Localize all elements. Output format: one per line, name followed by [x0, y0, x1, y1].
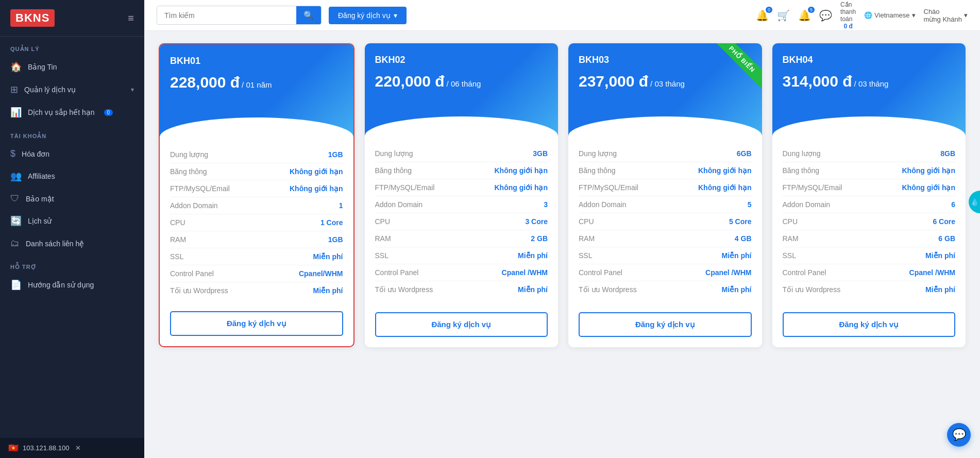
- pricing-card-bkh03: BKH03237,000 đ/ 03 thángPHỔ BIẾNDung lượ…: [568, 43, 762, 347]
- spec-value: 3 Core: [525, 217, 548, 226]
- spec-value: Không giới hạn: [290, 167, 343, 176]
- messages-icon[interactable]: 💬: [819, 9, 832, 22]
- cart-icon[interactable]: 🛒: [777, 9, 790, 22]
- spec-value: Miễn phí: [925, 251, 955, 260]
- search-button[interactable]: 🔍: [296, 6, 321, 24]
- search-box: 🔍: [157, 6, 322, 25]
- sidebar-item-bang-tin[interactable]: 🏠Bảng Tin: [0, 56, 144, 78]
- spec-label: CPU: [579, 217, 594, 226]
- language-selector[interactable]: 🌐 Vietnamese ▾: [864, 11, 915, 19]
- spec-value: Miễn phí: [925, 285, 955, 294]
- sidebar-item-hoa-don[interactable]: $Hóa đơn: [0, 143, 144, 165]
- sidebar-label-affiliates: Affiliates: [28, 172, 55, 180]
- spec-value: Cpanel /WHM: [705, 268, 751, 277]
- card-footer-bkh04: Đăng ký dịch vụ: [772, 305, 966, 347]
- pricing-card-bkh01: BKH01228,000 đ/ 01 nămDung lượng1GBBăng …: [159, 43, 354, 347]
- checkout-label: Cầnthanhtoán: [840, 1, 856, 23]
- plan-price-bkh01: 228,000 đ/ 01 năm: [170, 74, 343, 91]
- sidebar-item-lich-su[interactable]: 🔄Lịch sử: [0, 210, 144, 232]
- spec-row: Addon Domain3: [375, 196, 548, 213]
- search-input[interactable]: [157, 7, 296, 24]
- checkout-box[interactable]: Cầnthanhtoán 0 đ: [840, 1, 856, 30]
- card-body-bkh03: Dung lượng6GBBăng thôngKhông giới hạnFTP…: [568, 136, 762, 305]
- spec-label: Addon Domain: [579, 200, 627, 209]
- plan-name-bkh01: BKH01: [170, 56, 343, 66]
- ip-close-icon[interactable]: ✕: [75, 444, 81, 452]
- plan-name-bkh02: BKH02: [375, 55, 548, 65]
- chevron-down-icon: ▾: [394, 11, 397, 20]
- spec-label: CPU: [170, 218, 185, 227]
- spec-label: CPU: [375, 217, 391, 226]
- spec-row: SSLMiễn phí: [783, 247, 956, 264]
- sidebar-item-danh-sach-lien-he[interactable]: 🗂Danh sách liên hệ: [0, 232, 144, 255]
- spec-row: Tối ưu WordpressMiễn phí: [783, 281, 956, 298]
- sidebar-section-title: TÀI KHOẢN: [0, 124, 144, 143]
- register-btn-bkh01[interactable]: Đăng ký dịch vụ: [170, 311, 343, 336]
- spec-value: Miễn phí: [722, 285, 752, 294]
- register-service-header-button[interactable]: Đăng ký dịch vụ ▾: [329, 7, 407, 24]
- spec-value: 6GB: [737, 149, 752, 158]
- main-content: 🔍 Đăng ký dịch vụ ▾ 🔔 0 🛒 🔔 5 💬 Cầnthanh…: [144, 0, 980, 458]
- spec-row: Dung lượng6GB: [579, 145, 752, 162]
- spec-value: Không giới hạn: [290, 184, 343, 193]
- hoa-don-icon: $: [10, 148, 15, 159]
- price-period: / 03 tháng: [650, 79, 685, 88]
- spec-label: SSL: [579, 251, 592, 260]
- hamburger-icon[interactable]: ≡: [128, 12, 134, 24]
- spec-row: CPU5 Core: [579, 213, 752, 230]
- sidebar-item-affiliates[interactable]: 👥Affiliates: [0, 165, 144, 188]
- spec-row: Băng thôngKhông giới hạn: [579, 162, 752, 179]
- sidebar-label-dich-vu-sap-het: Dịch vụ sắp hết hạn: [28, 108, 95, 116]
- sidebar-item-quan-ly-dich-vu[interactable]: ⊞Quản lý dịch vụ▾: [0, 78, 144, 101]
- sidebar-item-huong-dan[interactable]: 📄Hướng dẫn sử dụng: [0, 274, 144, 296]
- spec-value: 6 Core: [933, 217, 955, 226]
- spec-label: Băng thông: [170, 167, 207, 176]
- spec-label: Addon Domain: [375, 200, 423, 209]
- user-greeting[interactable]: Chàomừng Khánh ▾: [924, 8, 968, 23]
- lang-chevron-icon: ▾: [912, 11, 916, 19]
- spec-row: RAM1GB: [170, 231, 343, 248]
- spec-label: Tối ưu Wordpress: [783, 285, 841, 294]
- sidebar-label-bang-tin: Bảng Tin: [28, 63, 57, 71]
- bell-icon[interactable]: 🔔 5: [798, 9, 811, 22]
- spec-label: FTP/MySQL/Email: [783, 183, 842, 192]
- plan-price-bkh04: 314,000 đ/ 03 tháng: [783, 73, 956, 90]
- spec-row: Addon Domain5: [579, 196, 752, 213]
- price-amount: 314,000 đ: [783, 73, 852, 90]
- spec-value: Miễn phí: [313, 252, 343, 261]
- price-amount: 220,000 đ: [375, 73, 445, 90]
- card-header-bkh02: BKH02220,000 đ/ 06 tháng: [365, 43, 559, 136]
- chat-bubble[interactable]: 💬: [947, 423, 971, 447]
- ip-address: 103.121.88.100: [23, 444, 69, 452]
- spec-label: Dung lượng: [170, 150, 208, 159]
- price-period: / 01 năm: [242, 80, 272, 89]
- spec-row: Addon Domain6: [783, 196, 956, 213]
- spec-label: RAM: [375, 234, 391, 243]
- card-header-bkh03: BKH03237,000 đ/ 03 thángPHỔ BIẾN: [568, 43, 762, 136]
- spec-label: Dung lượng: [375, 149, 413, 158]
- spec-value: Cpanel/WHM: [299, 269, 343, 278]
- sidebar-logo: BKNS ≡: [0, 0, 144, 37]
- spec-row: Tối ưu WordpressMiễn phí: [579, 281, 752, 298]
- popular-ribbon: PHỔ BIẾN: [713, 43, 762, 88]
- pricing-cards-row: BKH01228,000 đ/ 01 nămDung lượng1GBBăng …: [159, 43, 966, 347]
- price-period: / 03 tháng: [854, 79, 889, 88]
- sidebar: BKNS ≡ QUẢN LÝ🏠Bảng Tin⊞Quản lý dịch vụ▾…: [0, 0, 144, 458]
- register-btn-bkh04[interactable]: Đăng ký dịch vụ: [783, 312, 956, 337]
- spec-label: Control Panel: [579, 268, 622, 277]
- notification-icon[interactable]: 🔔 0: [756, 9, 769, 22]
- spec-row: CPU6 Core: [783, 213, 956, 230]
- popular-ribbon-wrap: PHỔ BIẾN: [705, 43, 762, 100]
- ip-bar: 🇻🇳 103.121.88.100 ✕: [0, 438, 144, 458]
- spec-row: Dung lượng1GB: [170, 146, 343, 163]
- header-icons: 🔔 0 🛒 🔔 5 💬 Cầnthanhtoán 0 đ 🌐 Vietnames…: [756, 1, 968, 30]
- register-btn-bkh02[interactable]: Đăng ký dịch vụ: [375, 312, 548, 337]
- register-btn-bkh03[interactable]: Đăng ký dịch vụ: [579, 312, 752, 337]
- affiliates-icon: 👥: [10, 171, 22, 182]
- spec-label: RAM: [579, 234, 595, 243]
- spec-row: Băng thôngKhông giới hạn: [375, 162, 548, 179]
- sidebar-item-dich-vu-sap-het[interactable]: 📊Dịch vụ sắp hết hạn0: [0, 101, 144, 124]
- spec-row: Dung lượng8GB: [783, 145, 956, 162]
- spec-row: SSLMiễn phí: [375, 247, 548, 264]
- sidebar-item-bao-mat[interactable]: 🛡Bảo mật: [0, 188, 144, 210]
